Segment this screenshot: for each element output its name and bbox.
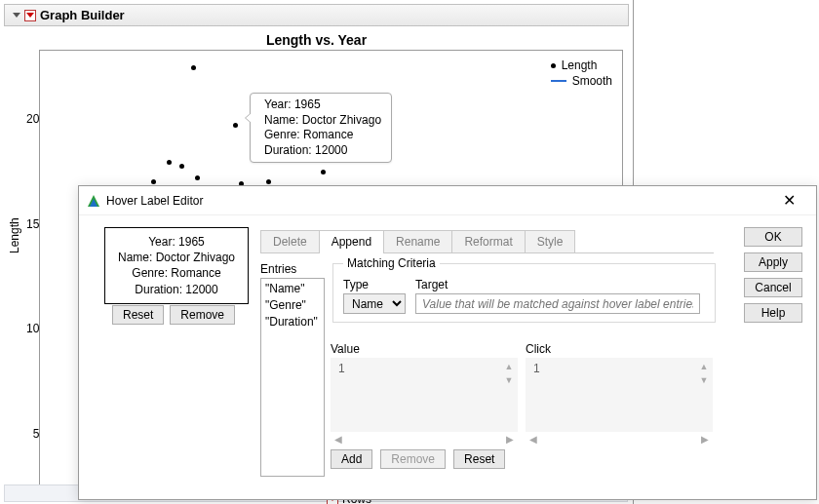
tooltip-genre-label: Genre: bbox=[264, 128, 300, 141]
click-hscroll[interactable]: ◀▶ bbox=[526, 434, 713, 447]
chevron-left-icon[interactable]: ◀ bbox=[334, 434, 342, 447]
legend-dot-icon bbox=[551, 63, 556, 68]
click-number: 1 bbox=[533, 362, 540, 375]
preview-line: Year: 1965 bbox=[113, 234, 240, 250]
data-point[interactable] bbox=[266, 179, 271, 184]
hover-label-editor-dialog: Hover Label Editor ✕ Year: 1965 Name: Do… bbox=[78, 185, 817, 500]
reset-entry-button[interactable]: Reset bbox=[453, 449, 505, 469]
label-preview: Year: 1965 Name: Doctor Zhivago Genre: R… bbox=[104, 227, 249, 304]
preview-line: Name: Doctor Zhivago bbox=[113, 250, 240, 265]
data-point[interactable] bbox=[233, 123, 238, 128]
list-item[interactable]: "Name" bbox=[265, 281, 320, 297]
chevron-down-icon[interactable]: ▼ bbox=[502, 373, 516, 387]
dialog-body: Year: 1965 Name: Doctor Zhivago Genre: R… bbox=[79, 215, 816, 499]
tab-reformat[interactable]: Reformat bbox=[451, 230, 525, 252]
tab-append[interactable]: Append bbox=[319, 230, 384, 252]
target-label: Target bbox=[415, 278, 700, 291]
list-item[interactable]: "Genre" bbox=[265, 297, 320, 314]
reset-button[interactable]: Reset bbox=[112, 305, 164, 325]
dialog-titlebar[interactable]: Hover Label Editor ✕ bbox=[79, 186, 816, 215]
close-icon[interactable]: ✕ bbox=[769, 191, 808, 210]
data-point[interactable] bbox=[167, 160, 172, 165]
legend-line-icon bbox=[551, 80, 566, 82]
value-hscroll[interactable]: ◀▶ bbox=[331, 434, 518, 447]
chevron-right-icon[interactable]: ▶ bbox=[506, 434, 514, 447]
type-label: Type bbox=[343, 278, 406, 291]
chevron-up-icon[interactable]: ▲ bbox=[502, 360, 516, 373]
preview-line: Genre: Romance bbox=[113, 265, 240, 281]
entries-listbox[interactable]: "Name" "Genre" "Duration" bbox=[260, 278, 325, 477]
legend-label-smooth: Smooth bbox=[572, 74, 612, 88]
data-point[interactable] bbox=[321, 170, 326, 174]
value-number: 1 bbox=[338, 362, 345, 375]
panel-menu-icon[interactable] bbox=[24, 10, 36, 21]
data-point[interactable] bbox=[151, 179, 156, 184]
chevron-down-icon[interactable]: ▼ bbox=[697, 373, 711, 387]
editor-tabs: Delete Append Rename Reformat Style bbox=[260, 230, 714, 253]
tooltip-year-value: 1965 bbox=[294, 97, 321, 111]
target-input[interactable] bbox=[415, 293, 700, 314]
matching-criteria-group: Matching Criteria Type Name Target bbox=[332, 256, 716, 323]
tooltip-duration-value: 12000 bbox=[315, 143, 347, 157]
tab-delete[interactable]: Delete bbox=[260, 230, 320, 252]
tooltip-genre-value: Romance bbox=[303, 128, 353, 141]
tooltip-name-value: Doctor Zhivago bbox=[302, 113, 381, 127]
legend: Length Smooth bbox=[551, 58, 612, 90]
tooltip-year-label: Year: bbox=[264, 97, 292, 111]
tooltip-name-label: Name: bbox=[264, 113, 298, 127]
panel-header[interactable]: Graph Builder bbox=[4, 4, 629, 26]
ok-button[interactable]: OK bbox=[744, 227, 802, 247]
panel-title: Graph Builder bbox=[40, 8, 125, 22]
hover-tooltip: Year: 1965 Name: Doctor Zhivago Genre: R… bbox=[250, 93, 392, 163]
chevron-up-icon[interactable]: ▲ bbox=[697, 360, 711, 373]
data-point[interactable] bbox=[195, 175, 200, 180]
value-textarea[interactable]: 1 ▲▼ ◀▶ bbox=[331, 358, 518, 432]
dialog-title: Hover Label Editor bbox=[106, 194, 769, 208]
disclosure-triangle-icon[interactable] bbox=[13, 13, 20, 18]
value-label: Value bbox=[331, 342, 518, 356]
tab-rename[interactable]: Rename bbox=[383, 230, 452, 252]
graph-title: Length vs. Year bbox=[0, 32, 633, 48]
click-textarea[interactable]: 1 ▲▼ ◀▶ bbox=[526, 358, 713, 432]
tooltip-duration-label: Duration: bbox=[264, 143, 312, 157]
entries-label: Entries bbox=[260, 262, 296, 276]
data-point[interactable] bbox=[179, 164, 184, 169]
chevron-right-icon[interactable]: ▶ bbox=[701, 434, 709, 447]
app-icon bbox=[87, 194, 100, 208]
matching-legend: Matching Criteria bbox=[343, 256, 440, 270]
click-label: Click bbox=[526, 342, 713, 356]
type-select[interactable]: Name bbox=[343, 293, 406, 314]
click-spinner[interactable]: ▲▼ bbox=[697, 360, 711, 387]
help-button[interactable]: Help bbox=[744, 303, 802, 323]
remove-button[interactable]: Remove bbox=[170, 305, 235, 325]
legend-label-length: Length bbox=[562, 58, 598, 72]
chevron-left-icon[interactable]: ◀ bbox=[529, 434, 537, 447]
list-item[interactable]: "Duration" bbox=[265, 314, 320, 330]
add-button[interactable]: Add bbox=[331, 449, 372, 469]
tab-style[interactable]: Style bbox=[525, 230, 576, 252]
value-spinner[interactable]: ▲▼ bbox=[502, 360, 516, 387]
apply-button[interactable]: Apply bbox=[744, 252, 802, 272]
preview-line: Duration: 12000 bbox=[113, 282, 240, 297]
remove-entry-button: Remove bbox=[380, 449, 446, 469]
data-point[interactable] bbox=[191, 65, 196, 70]
cancel-button[interactable]: Cancel bbox=[744, 278, 802, 297]
